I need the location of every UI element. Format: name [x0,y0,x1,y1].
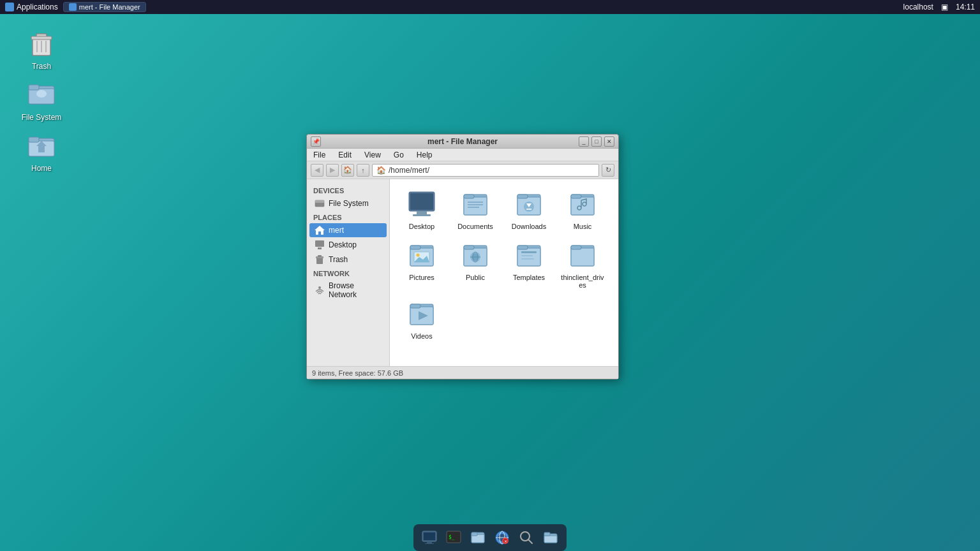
dock-folder[interactable] [540,527,561,548]
documents-file-icon [460,189,491,220]
file-item-public[interactable]: Public [450,237,501,293]
trash-icon [26,29,57,59]
file-item-music[interactable]: Music [557,186,608,234]
svg-rect-19 [318,247,322,249]
thinclient-file-label: thinclient_drives [560,274,605,289]
window-taskbar-label: mert - File Manager [79,3,140,11]
svg-rect-87 [544,533,550,536]
svg-point-23 [318,286,321,289]
documents-file-label: Documents [457,223,493,230]
svg-rect-12 [29,137,39,142]
templates-file-label: Templates [513,274,545,281]
svg-rect-2 [31,36,52,40]
videos-file-icon [406,299,437,330]
svg-rect-76 [471,533,477,536]
file-item-videos[interactable]: Videos [396,295,447,344]
file-item-downloads[interactable]: Downloads [503,186,554,234]
svg-rect-66 [410,304,420,308]
up-button[interactable]: ↑ [357,164,369,177]
svg-rect-45 [410,246,420,249]
sidebar-item-browse-network[interactable]: Browse Network [309,279,387,301]
dock-search[interactable] [516,527,537,548]
taskbar-top-right: localhost ▣ 14:11 [903,3,975,11]
taskbar-top-left: Applications mert - File Manager [5,2,146,12]
svg-rect-57 [517,246,528,249]
pictures-file-icon [406,240,437,271]
sidebar-item-filesystem[interactable]: File System [309,196,387,210]
main-content: Desktop Documents [390,179,618,366]
home-button[interactable]: 🏠 [341,164,354,177]
home-label: Home [31,164,52,173]
window-taskbar-button[interactable]: mert - File Manager [63,2,146,12]
home-folder-icon [26,131,57,161]
file-manager-window: 📌 mert - File Manager _ □ ✕ File Edit Vi… [306,134,619,379]
dock: $_ ✕ [413,524,567,551]
svg-rect-86 [544,536,557,543]
menu-help[interactable]: Help [413,149,436,161]
sidebar-mert-label: mert [329,226,344,235]
filesystem-label: File System [22,113,62,122]
dock-browser[interactable]: ✕ [491,527,513,548]
sidebar-item-trash[interactable]: Trash [309,253,387,267]
window-maximize-button[interactable]: □ [591,136,602,147]
file-item-pictures[interactable]: Pictures [396,237,447,293]
downloads-file-label: Downloads [512,223,546,230]
file-item-documents[interactable]: Documents [450,186,501,234]
pictures-file-label: Pictures [409,274,434,281]
sidebar-item-mert[interactable]: mert [309,223,387,237]
public-file-icon [460,240,491,271]
window-controls: _ □ ✕ [579,136,614,147]
file-item-desktop[interactable]: Desktop [396,186,447,234]
window-minimize-button[interactable]: _ [579,136,589,147]
desktop-icon-home[interactable]: Home [19,131,64,173]
svg-rect-42 [571,195,581,198]
music-file-icon [567,189,598,220]
videos-file-label: Videos [411,332,432,340]
menu-view[interactable]: View [360,149,385,161]
svg-rect-30 [464,195,474,198]
svg-rect-25 [410,193,433,210]
trash-label: Trash [32,62,51,71]
svg-rect-22 [318,255,322,257]
music-file-label: Music [574,223,592,230]
desktop-icon-trash[interactable]: Trash [19,29,64,71]
svg-rect-27 [413,214,431,216]
dock-terminal[interactable]: $_ [443,527,464,548]
network-sidebar-icon [315,285,325,295]
menu-edit[interactable]: Edit [334,149,355,161]
filesystem-icon [26,80,57,110]
svg-rect-29 [464,197,487,215]
window-icon [69,3,77,11]
applications-menu[interactable]: Applications [5,3,58,11]
sidebar-item-desktop[interactable]: Desktop [309,238,387,252]
svg-point-47 [417,254,420,257]
menu-go[interactable]: Go [390,149,408,161]
downloads-file-icon [514,189,544,220]
window-pin-button[interactable]: 📌 [311,136,321,147]
clock: 14:11 [956,3,975,11]
refresh-button[interactable]: ↻ [602,164,614,177]
localhost-label: localhost [903,3,933,11]
svg-text:$_: $_ [449,534,455,540]
sidebar-browse-network-label: Browse Network [329,281,382,299]
devices-header: DEVICES [307,184,389,196]
file-item-thinclient[interactable]: thinclient_drives [557,237,608,293]
dock-files[interactable] [467,527,489,548]
svg-marker-17 [315,226,325,235]
menu-file[interactable]: File [309,149,329,161]
address-bar[interactable]: 🏠 /home/mert/ [372,164,599,177]
forward-button[interactable]: ▶ [326,164,339,177]
status-text: 9 items, Free space: 57.6 GB [312,369,403,377]
places-header: PLACES [307,211,389,223]
app-menu-label: Applications [17,3,58,11]
address-home-icon: 🏠 [376,166,386,175]
sidebar-trash-label: Trash [329,255,348,264]
back-button[interactable]: ◀ [311,164,323,177]
dock-screen[interactable] [419,527,440,548]
desktop-icon-filesystem[interactable]: File System [19,80,64,122]
window-close-button[interactable]: ✕ [604,136,614,147]
file-item-templates[interactable]: Templates [503,237,554,293]
desktop-sidebar-icon [315,240,325,250]
svg-rect-60 [521,258,534,260]
status-bar: 9 items, Free space: 57.6 GB [307,366,618,379]
